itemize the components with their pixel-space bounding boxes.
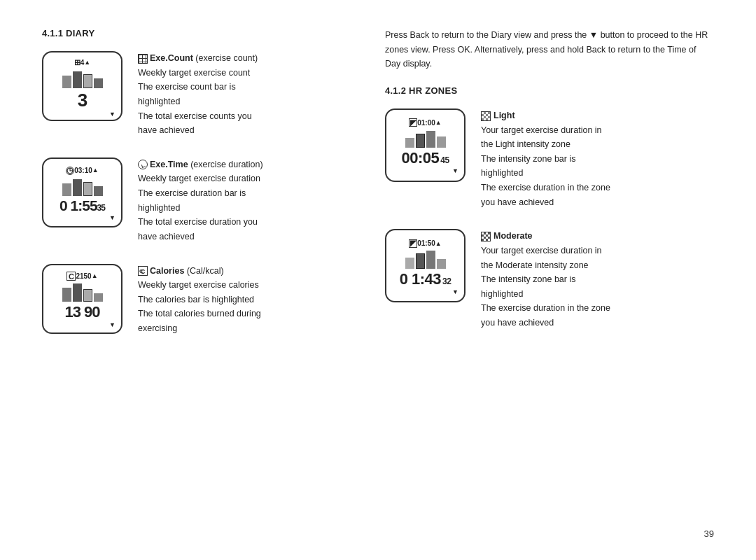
desc-line-3-4: exercising [138,321,261,336]
hr-bars-2 [401,249,450,270]
exe-count-suffix: (exercise count) [193,53,258,63]
down-arrow-2: ▼ [109,214,115,221]
hr-bar-2-1 [405,258,414,269]
exe-time-title: Exe.Time [150,160,188,169]
bar-3-2 [73,284,82,302]
grid-icon-1 [138,54,148,64]
page-number: 39 [704,528,714,539]
exe-count-block: ◀ ⊞ 4 ▲ 3 [42,51,357,138]
light-icon [481,111,491,121]
bar-2-2 [73,179,82,196]
hr-up-1: ▲ [435,119,442,126]
desc-line-2-3: highlighted [138,201,263,216]
bars-1 [58,69,107,88]
hr-val-1: 00:05 [401,149,439,167]
down-arrow-1: ▼ [109,111,115,118]
mod-line-6: you have achieved [481,316,610,330]
hr-sub-2: 32 [442,276,451,286]
mod-line-5: The exercise duration in the zone [481,301,610,316]
up-arrow-3: ▲ [92,273,98,279]
light-block: ◀ ◤ 01:00 ▲ 00:0545 [385,108,714,209]
light-title-row: Light [481,108,610,123]
left-column: 4.1.1 DIARY ◀ ⊞ 4 ▲ [42,28,378,532]
top-cal: 2150 [76,272,91,280]
calories-desc: CCalories (Cal/kcal) Weekly target exerc… [138,264,261,336]
bar-2-4 [94,186,103,196]
exe-count-desc: Exe.Count (exercise count) Weekly target… [138,51,258,138]
screen-top-3: C 2150 ▲ [61,269,103,282]
desc-line-2-2: The exercise duration bar is [138,186,263,201]
right-column: Press Back to return to the Diary view a… [378,28,714,532]
bar-3-4 [94,293,103,302]
hr-bar-2-4 [437,259,446,269]
hr-time-1: 01:00 [417,119,435,127]
hr-bars-1 [401,128,450,149]
hr-screen-1: ◀ ◤ 01:00 ▲ 00:0545 [385,108,465,182]
cal-sym: C [66,272,76,281]
bar-1-2 [73,71,82,88]
exe-time-suffix: (exercise duration) [188,160,263,169]
exe-time-block: ◀ ◷ 03:10 ▲ 0 1:553 [42,158,357,244]
num-val-2: 0 1:55 [59,197,97,214]
hr-down-2: ▼ [452,288,458,295]
hr-up-2: ▲ [435,240,442,247]
hr-bar-2-2 [416,253,425,269]
page: 4.1.1 DIARY ◀ ⊞ 4 ▲ [0,0,756,560]
time-sym: ◷ [66,167,74,175]
exe-time-desc: Exe.Time (exercise duration) Weekly targ… [138,158,263,244]
diary-screen-2: ◀ ◷ 03:10 ▲ 0 1:553 [42,158,122,227]
moderate-title: Moderate [493,231,533,241]
moderate-title-row: Moderate [481,229,610,244]
grid-sym: ⊞ [74,58,80,67]
bar-3-1 [62,288,71,302]
hr-val-2: 0 1:43 [400,270,441,288]
light-line-3: The intensity zone bar is [481,152,610,167]
light-line-2: the Light intensity zone [481,137,610,152]
hr-bar-1-4 [437,136,446,148]
time-icon-2 [138,160,148,169]
hr-big-1: 00:0545 [397,149,453,167]
hr-screen-2: ◀ ◤ 01:50 ▲ 0 1:433 [385,229,465,302]
hr-bar-1-1 [405,138,414,148]
hr-zones-title: 4.1.2 HR ZONES [385,85,714,96]
intro-paragraph: Press Back to return to the Diary view a… [385,28,714,71]
desc-line-2-1: Weekly target exercise duration [138,172,263,186]
bar-2-3 [83,182,92,196]
hr-big-2: 0 1:4332 [396,270,456,288]
bar-1-4 [94,78,103,88]
calories-suffix: (Cal/kcal) [184,266,223,276]
light-desc: Light Your target exercise duration in t… [481,108,610,209]
hr-sub-1: 45 [440,155,449,165]
big-num-2: 0 1:5535 [55,196,109,214]
desc-line-3-2: The calories bar is highlighted [138,293,261,307]
bar-3-3 [83,289,92,302]
num-sub-2: 35 [97,203,105,213]
desc-title-row-3: CCalories (Cal/kcal) [138,264,261,279]
down-arrow-3: ▼ [109,321,115,328]
light-line-4: highlighted [481,166,610,181]
exe-time-screen: ◀ ◷ 03:10 ▲ 0 1:553 [42,158,122,227]
desc-line-3-1: Weekly target exercise calories [138,278,261,293]
desc-line-1-2: The exercise count bar is [138,80,258,94]
hr-top-1: ◤ 01:00 ▲ [403,115,447,128]
desc-line-2-5: have achieved [138,230,263,244]
exe-count-screen: ◀ ⊞ 4 ▲ 3 [42,51,122,121]
desc-line-2-4: The total exercise duration you [138,215,263,230]
diary-section-title: 4.1.1 DIARY [42,28,357,38]
mod-line-3: The intensity zone bar is [481,272,610,287]
screen-top-2: ◷ 03:10 ▲ [60,164,104,176]
desc-line-3-3: The total calories burned during [138,307,261,321]
bars-3 [58,282,107,302]
cal-icon-3: C [138,266,148,276]
hr-sym-1: ◤ [409,118,417,127]
desc-line-1-4: The total exercise counts you [138,109,258,124]
mod-line-4: highlighted [481,287,610,302]
columns: 4.1.1 DIARY ◀ ⊞ 4 ▲ [42,28,714,532]
top-time: 03:10 [74,167,92,174]
hr-bar-1-2 [416,134,425,148]
desc-line-1-5: have achieved [138,123,258,138]
hr-sym-2: ◤ [409,239,417,248]
light-title: Light [493,111,515,120]
desc-line-1-1: Weekly target exercise count [138,66,258,80]
mod-line-2: the Moderate intensity zone [481,258,610,273]
